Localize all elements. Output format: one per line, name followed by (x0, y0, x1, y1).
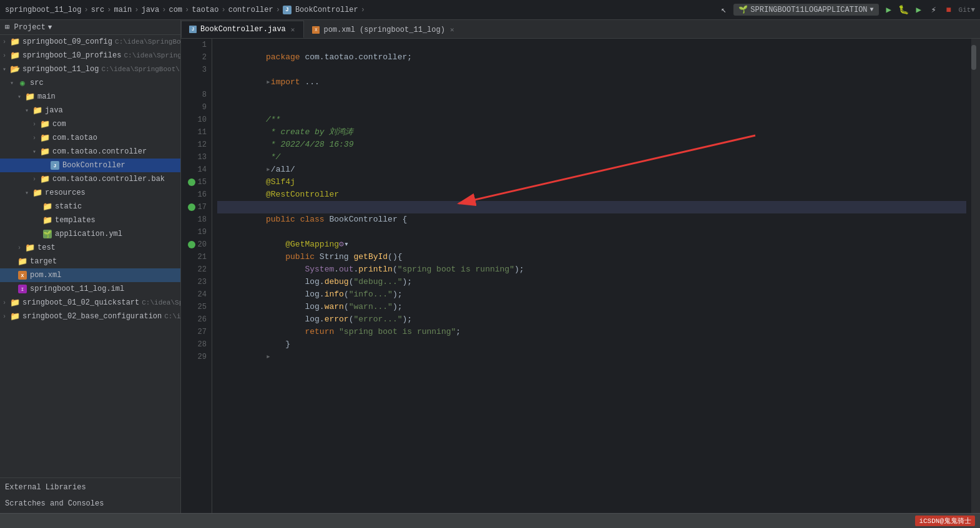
sidebar: ⊞ Project ▼ › 📁 springboot_09_config C:\… (0, 20, 181, 513)
code-line-27: } (217, 326, 966, 338)
file-tree: › 📁 springboot_09_config C:\idea\SpringB… (0, 35, 180, 477)
project-header[interactable]: ⊞ Project ▼ (0, 20, 180, 35)
tab-close-bookcontroller[interactable]: ✕ (290, 26, 296, 34)
code-line-29 (217, 351, 966, 363)
iml-icon: I (17, 284, 27, 294)
java-icon: J (283, 6, 292, 14)
folder-icon: 📁 (10, 311, 20, 321)
tree-item-controller-bak[interactable]: › 📁 com.taotao.controller.bak (0, 172, 180, 186)
tree-item-static[interactable]: 📁 static (0, 200, 180, 213)
yaml-icon: 🌱 (42, 229, 52, 239)
tab-bookcontroller[interactable]: J BookController.java ✕ (181, 21, 304, 38)
folder-icon: 📁 (42, 215, 52, 225)
code-line-1: package com.taotao.controller; (217, 39, 966, 51)
tree-item-java[interactable]: ▾ 📁 java (0, 104, 180, 117)
scratches-consoles-item[interactable]: Scratches and Consoles (0, 496, 180, 512)
editor-area: J BookController.java ✕ X pom.xml (sprin… (181, 20, 980, 513)
code-line-12: */ (217, 139, 966, 151)
external-libraries-item[interactable]: External Libraries (0, 479, 180, 496)
sidebar-bottom: External Libraries Scratches and Console… (0, 477, 180, 513)
git-label: Git▼ (959, 6, 975, 14)
stop-icon[interactable]: ■ (944, 5, 954, 15)
code-line-17: public class BookController { (217, 201, 966, 213)
tree-item-main[interactable]: ▾ 📁 main (0, 90, 180, 104)
tree-item-springboot11[interactable]: ▾ 📂 springboot_11_log C:\idea\SpringBoot… (0, 62, 180, 76)
tree-item-springboot01[interactable]: › 📁 sringboot_01_02_quickstart C:\idea\S… (0, 296, 180, 310)
top-bar: springboot_11_log › src › main › java › … (0, 0, 980, 20)
code-line-19: @GetMapping⚙▾ (217, 226, 966, 238)
gutter-run-icon (188, 178, 195, 186)
scrollbar-thumb[interactable] (971, 45, 976, 70)
run-icon[interactable]: ▶ (914, 5, 924, 15)
code-line-14: @Slf4j (217, 164, 966, 176)
folder-icon: 📁 (10, 37, 20, 47)
status-bar: iCSDN@鬼鬼骑士 (0, 513, 980, 528)
folder-icon: 📁 (40, 119, 50, 129)
run-config[interactable]: 🌱 SPRINGBOOT11LOGAPPLICATION ▼ (733, 4, 878, 16)
tab-xml-icon: X (312, 26, 320, 34)
code-line-20: public String getById(){ (217, 238, 966, 251)
run-config-label: SPRINGBOOT11LOGAPPLICATION (750, 6, 867, 14)
tree-item-application-yml[interactable]: 🌱 application.yml (0, 227, 180, 241)
toolbar-icons: ↖ (718, 5, 728, 15)
tree-item-templates[interactable]: 📁 templates (0, 213, 180, 227)
code-line-16: @RequestMapping(⚙"/books") (217, 188, 966, 201)
folder-icon: 📁 (40, 174, 50, 184)
tree-item-springboot10[interactable]: › 📁 springboot_10_profiles C:\idea\Sprin… (0, 49, 180, 62)
gutter-run-icon2 (188, 203, 195, 211)
folder-icon: 📁 (40, 133, 50, 143)
profile-icon[interactable]: ⚡ (929, 5, 939, 15)
editor-scrollbar[interactable] (971, 39, 980, 513)
tab-pom[interactable]: X pom.xml (springboot_11_log) ✕ (304, 21, 463, 38)
tab-label-pom: pom.xml (springboot_11_log) (323, 26, 444, 34)
cursor-icon[interactable]: ↖ (718, 5, 728, 15)
tabs-bar: J BookController.java ✕ X pom.xml (sprin… (181, 20, 980, 39)
code-line-22: log.debug("debug..."); (217, 263, 966, 276)
tab-close-pom[interactable]: ✕ (449, 26, 456, 34)
debug-icon[interactable]: 🐛 (899, 5, 909, 15)
main-layout: ⊞ Project ▼ › 📁 springboot_09_config C:\… (0, 20, 980, 513)
code-line-28: ▸ (217, 338, 966, 351)
tree-item-test[interactable]: › 📁 test (0, 241, 180, 255)
code-line-25: log.error("error..."); (217, 301, 966, 313)
folder-icon: 📁 (10, 298, 20, 308)
code-editor[interactable]: 1 2 3 8 9 10 11 12 13 14 15 16 17 (181, 39, 980, 513)
folder-icon: 📁 (25, 92, 35, 102)
tree-item-pom-xml[interactable]: X pom.xml (0, 268, 180, 282)
tab-java-icon: J (189, 26, 197, 33)
build-icon[interactable]: ▶ (884, 5, 894, 15)
folder-icon: 📁 (40, 147, 50, 157)
code-line-13: ▸/all/ (217, 151, 966, 164)
code-line-21: System.out.println("spring boot is runni… (217, 251, 966, 263)
folder-icon: 📁 (10, 51, 20, 61)
tree-item-com-taotao[interactable]: › 📁 com.taotao (0, 131, 180, 145)
tree-item-src[interactable]: ▾ ◉ src (0, 76, 180, 90)
code-content[interactable]: package com.taotao.controller; ▸import .… (212, 39, 971, 513)
code-line-3: ▸import ... (217, 64, 966, 76)
tab-label-bookcontroller: BookController.java (200, 25, 286, 34)
tree-item-com[interactable]: › 📁 com (0, 117, 180, 131)
status-right: iCSDN@鬼鬼骑士 (915, 516, 975, 526)
spring-icon: 🌱 (738, 5, 748, 14)
folder-icon: 📁 (42, 202, 52, 212)
tree-item-com-taotao-controller[interactable]: ▾ 📁 com.taotao.controller (0, 145, 180, 159)
tree-item-target[interactable]: 📁 target (0, 255, 180, 268)
code-line-18 (217, 213, 966, 226)
src-icon: ◉ (17, 78, 27, 88)
breadcrumb: springboot_11_log › src › main › java › … (5, 6, 365, 14)
toolbar-right: ↖ 🌱 SPRINGBOOT11LOGAPPLICATION ▼ ▶ 🐛 ▶ ⚡… (718, 4, 975, 16)
code-line-23: log.info("info..."); (217, 276, 966, 288)
code-line-26: return "spring boot is running"; (217, 313, 966, 326)
tree-item-resources[interactable]: ▾ 📁 resources (0, 186, 180, 200)
tree-item-bookcontroller[interactable]: J BookController (0, 159, 180, 172)
code-line-15: @RestController (217, 176, 966, 188)
xml-icon: X (17, 270, 27, 280)
code-line-24: log.warn("warn..."); (217, 288, 966, 301)
folder-open-icon: 📂 (10, 64, 20, 74)
tree-item-springboot02[interactable]: › 📁 sringboot_02_base_configuration C:\i… (0, 310, 180, 323)
line-numbers: 1 2 3 8 9 10 11 12 13 14 15 16 17 (181, 39, 212, 513)
java-file-icon: J (50, 160, 60, 170)
tree-item-iml[interactable]: I springboot_11_log.iml (0, 282, 180, 296)
folder-icon: 📁 (32, 105, 42, 115)
tree-item-springboot09[interactable]: › 📁 springboot_09_config C:\idea\SpringB… (0, 35, 180, 49)
